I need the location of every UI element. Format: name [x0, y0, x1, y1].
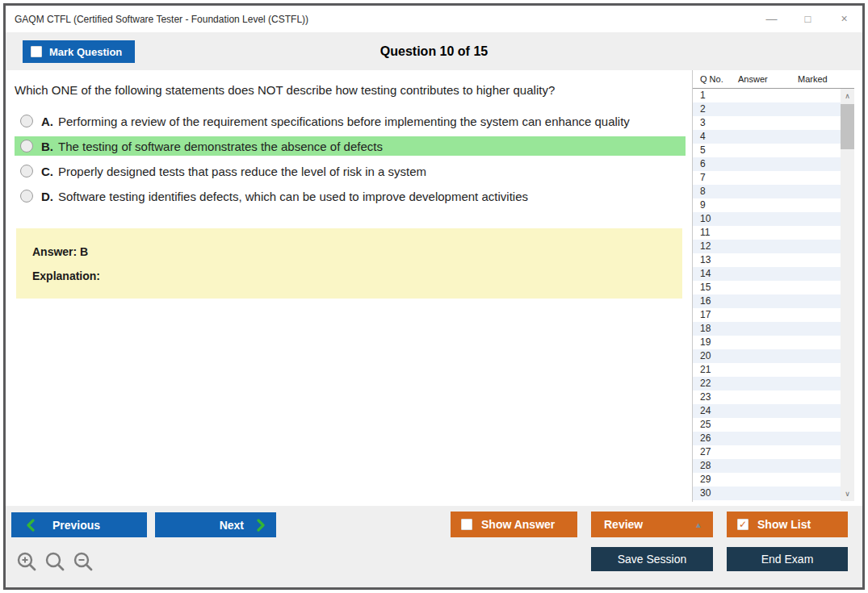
- radio-icon[interactable]: [20, 165, 33, 177]
- option-row-c[interactable]: C. Properly designed tests that pass red…: [15, 161, 686, 181]
- window-controls: — □ ×: [753, 6, 862, 32]
- end-exam-button[interactable]: End Exam: [727, 547, 848, 571]
- question-list-row[interactable]: 26: [693, 432, 841, 445]
- end-exam-label: End Exam: [761, 553, 814, 566]
- question-list-row[interactable]: 7: [693, 171, 841, 185]
- option-letter: A.: [41, 115, 53, 128]
- radio-icon[interactable]: [20, 115, 33, 127]
- question-list-row[interactable]: 2: [693, 102, 841, 116]
- previous-label: Previous: [52, 519, 100, 532]
- question-list-row[interactable]: 28: [693, 459, 841, 473]
- previous-button[interactable]: Previous: [11, 512, 147, 537]
- minimize-icon[interactable]: —: [753, 6, 790, 32]
- scroll-up-icon[interactable]: ∧: [841, 90, 854, 102]
- save-session-label: Save Session: [618, 553, 687, 566]
- option-letter: C.: [41, 165, 53, 178]
- question-list-row[interactable]: 15: [693, 281, 841, 294]
- question-list-row[interactable]: 14: [693, 267, 841, 281]
- answer-value: Answer: B: [32, 245, 666, 258]
- option-text: The testing of software demonstrates the…: [58, 140, 383, 153]
- scrollbar[interactable]: ∧ ∨: [841, 89, 854, 501]
- header-band: Question 10 of 15 Mark Question: [6, 32, 862, 70]
- close-icon[interactable]: ×: [826, 6, 862, 32]
- maximize-icon[interactable]: □: [790, 6, 826, 32]
- question-list-row[interactable]: 24: [693, 404, 841, 418]
- window-frame: GAQM CTFL (Certified Software Tester - F…: [3, 3, 865, 590]
- next-label: Next: [220, 519, 244, 532]
- answer-panel: Answer: B Explanation:: [16, 228, 682, 299]
- mark-question-checkbox[interactable]: [31, 46, 42, 57]
- mark-question-button[interactable]: Mark Question: [23, 40, 135, 63]
- question-list-row[interactable]: 12: [693, 240, 841, 253]
- option-text: Properly designed tests that pass reduce…: [58, 165, 426, 178]
- question-list-row[interactable]: 21: [693, 363, 841, 377]
- question-list-row[interactable]: 11: [693, 226, 841, 240]
- show-answer-checkbox[interactable]: [461, 519, 472, 530]
- question-list-row[interactable]: 17: [693, 308, 841, 322]
- zoom-out-icon[interactable]: [73, 551, 94, 572]
- zoom-toolbar: [16, 551, 94, 572]
- question-list-row[interactable]: 5: [693, 144, 841, 157]
- question-list-row[interactable]: 19: [693, 336, 841, 349]
- mark-question-label: Mark Question: [49, 46, 122, 58]
- question-list-row[interactable]: 9: [693, 198, 841, 212]
- window-title: GAQM CTFL (Certified Software Tester - F…: [15, 14, 308, 25]
- question-list-row[interactable]: 3: [693, 116, 841, 130]
- column-marked: Marked: [798, 74, 854, 84]
- radio-icon[interactable]: [20, 140, 33, 152]
- option-row-a[interactable]: A. Performing a review of the requiremen…: [15, 111, 686, 131]
- question-list-row[interactable]: 10: [693, 212, 841, 226]
- app-window: GAQM CTFL (Certified Software Tester - F…: [0, 0, 868, 593]
- footer-bar: Previous Next Show Answer Review ▲ ✓: [6, 506, 862, 587]
- show-list-label: Show List: [757, 518, 811, 531]
- question-list-row[interactable]: 25: [693, 418, 841, 432]
- zoom-in-icon[interactable]: [16, 551, 37, 572]
- option-letter: B.: [41, 140, 53, 153]
- option-letter: D.: [41, 190, 53, 203]
- question-list-row[interactable]: 30: [693, 487, 841, 500]
- question-list-panel: Q No. Answer Marked 12345678910111213141…: [692, 70, 854, 502]
- checkmark-icon: ✓: [739, 520, 747, 529]
- show-answer-button[interactable]: Show Answer: [451, 512, 577, 537]
- next-button[interactable]: Next: [155, 512, 276, 537]
- show-list-checkbox[interactable]: ✓: [737, 519, 748, 530]
- chevron-right-icon: [257, 519, 266, 532]
- question-list-row[interactable]: 23: [693, 390, 841, 404]
- question-list-row[interactable]: 22: [693, 377, 841, 390]
- question-list-row[interactable]: 6: [693, 157, 841, 171]
- question-list-header: Q No. Answer Marked: [693, 70, 854, 89]
- review-button[interactable]: Review ▲: [591, 512, 713, 537]
- question-list-row[interactable]: 27: [693, 445, 841, 459]
- column-qno: Q No.: [693, 74, 738, 84]
- zoom-reset-icon[interactable]: [44, 551, 65, 572]
- save-session-button[interactable]: Save Session: [591, 547, 713, 571]
- radio-icon[interactable]: [20, 190, 33, 203]
- option-row-d[interactable]: D. Software testing identifies defects, …: [15, 186, 686, 206]
- question-list-row[interactable]: 16: [693, 294, 841, 308]
- question-text: Which ONE of the following statements do…: [15, 83, 555, 97]
- question-area: Which ONE of the following statements do…: [6, 70, 686, 506]
- explanation-label: Explanation:: [32, 269, 666, 282]
- option-text: Performing a review of the requirement s…: [58, 115, 630, 128]
- options-list: A. Performing a review of the requiremen…: [15, 111, 686, 211]
- show-list-button[interactable]: ✓ Show List: [727, 512, 848, 537]
- column-answer: Answer: [738, 74, 798, 84]
- question-list-body: 1234567891011121314151617181920212223242…: [693, 89, 854, 501]
- question-list-rows: 1234567891011121314151617181920212223242…: [693, 89, 841, 500]
- question-list-row[interactable]: 13: [693, 253, 841, 267]
- chevron-left-icon: [26, 519, 35, 532]
- scrollbar-thumb[interactable]: [841, 104, 854, 149]
- question-list-row[interactable]: 18: [693, 322, 841, 336]
- option-row-b[interactable]: B. The testing of software demonstrates …: [15, 136, 686, 156]
- caret-up-icon: ▲: [694, 520, 702, 529]
- question-list-row[interactable]: 8: [693, 185, 841, 198]
- question-list-row[interactable]: 20: [693, 349, 841, 363]
- question-list-row[interactable]: 29: [693, 473, 841, 487]
- option-text: Software testing identifies defects, whi…: [58, 190, 528, 203]
- question-list-row[interactable]: 4: [693, 130, 841, 144]
- scroll-down-icon[interactable]: ∨: [841, 487, 854, 500]
- question-list-row[interactable]: 1: [693, 89, 841, 102]
- show-answer-label: Show Answer: [481, 518, 555, 531]
- review-label: Review: [604, 518, 643, 531]
- title-bar: GAQM CTFL (Certified Software Tester - F…: [6, 6, 862, 32]
